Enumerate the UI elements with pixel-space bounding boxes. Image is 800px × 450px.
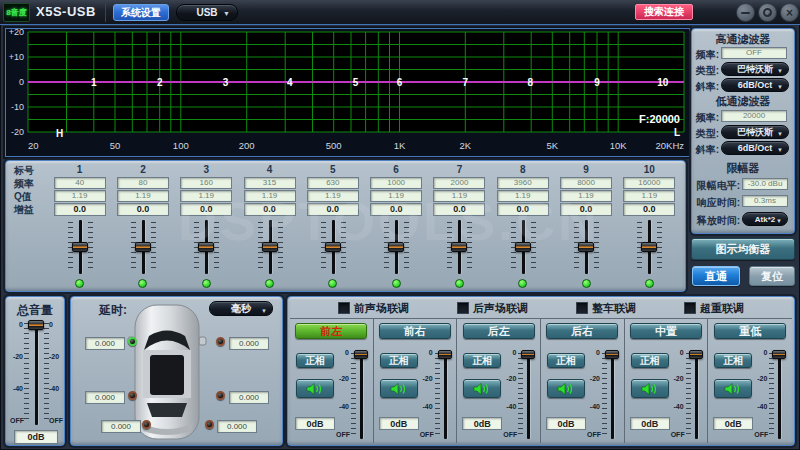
band-q-input[interactable]: 1.19: [117, 190, 169, 202]
band-freq-input[interactable]: 2000: [433, 177, 485, 189]
channel-button-front-left[interactable]: 前左: [295, 323, 367, 339]
channel-button-front-right[interactable]: 前右: [379, 323, 451, 339]
band-q-input[interactable]: 1.19: [180, 190, 232, 202]
limiter-attack-input[interactable]: 0.3ms: [742, 195, 788, 207]
phase-button-center[interactable]: 正相: [631, 353, 669, 368]
bypass-button[interactable]: 直通: [692, 266, 740, 286]
band-freq-input[interactable]: 40: [54, 177, 106, 189]
band-gain-input[interactable]: 0.0: [497, 203, 549, 216]
band-gain-input[interactable]: 0.0: [180, 203, 232, 216]
checkbox-icon[interactable]: [457, 302, 469, 314]
band-gain-slider[interactable]: [316, 218, 350, 276]
band-freq-input[interactable]: 630: [307, 177, 359, 189]
band-freq-input[interactable]: 80: [117, 177, 169, 189]
band-gain-input[interactable]: 0.0: [307, 203, 359, 216]
slider-handle[interactable]: [438, 350, 452, 359]
band-q-input[interactable]: 1.19: [623, 190, 675, 202]
band-q-input[interactable]: 1.19: [497, 190, 549, 202]
phase-button-subwoofer[interactable]: 正相: [714, 353, 752, 368]
slider-handle[interactable]: [578, 242, 594, 252]
band-q-input[interactable]: 1.19: [370, 190, 422, 202]
channel-button-center[interactable]: 中置: [630, 323, 702, 339]
mute-button-subwoofer[interactable]: [714, 379, 752, 398]
device-select[interactable]: USB ▼: [176, 4, 238, 21]
lpf-slope-select[interactable]: 6dB/Oct▼: [721, 141, 789, 155]
band-gain-slider[interactable]: [189, 218, 223, 276]
delay-value-rear-right[interactable]: 0.000: [229, 391, 269, 404]
delay-unit-select[interactable]: 毫秒▼: [209, 301, 273, 316]
slider-handle[interactable]: [135, 242, 151, 252]
band-freq-input[interactable]: 1000: [370, 177, 422, 189]
band-gain-input[interactable]: 0.0: [244, 203, 296, 216]
phase-button-rear-right[interactable]: 正相: [547, 353, 585, 368]
graphic-eq-button[interactable]: 图示均衡器: [691, 238, 795, 260]
band-freq-input[interactable]: 315: [244, 177, 296, 189]
band-gain-input[interactable]: 0.0: [117, 203, 169, 216]
band-gain-slider[interactable]: [506, 218, 540, 276]
band-q-input[interactable]: 1.19: [307, 190, 359, 202]
slider-handle[interactable]: [354, 350, 368, 359]
slider-handle[interactable]: [772, 350, 786, 359]
slider-handle[interactable]: [198, 242, 214, 252]
phase-button-front-right[interactable]: 正相: [380, 353, 418, 368]
system-settings-button[interactable]: 系统设置: [113, 4, 169, 21]
channel-volume-slider-subwoofer[interactable]: 0-20-40OFF: [754, 349, 790, 441]
band-gain-input[interactable]: 0.0: [560, 203, 612, 216]
limiter-level-input[interactable]: -30.0 dBu: [742, 178, 788, 190]
slider-handle[interactable]: [521, 350, 535, 359]
link-checkbox-item[interactable]: 前声场联调: [338, 301, 409, 316]
mute-button-center[interactable]: [631, 379, 669, 398]
slider-handle[interactable]: [641, 242, 657, 252]
band-gain-slider[interactable]: [569, 218, 603, 276]
delay-knob-front-right[interactable]: [216, 337, 225, 346]
channel-volume-slider-front-left[interactable]: 0-20-40OFF: [336, 349, 372, 441]
band-gain-slider[interactable]: [442, 218, 476, 276]
checkbox-icon[interactable]: [338, 302, 350, 314]
band-gain-slider[interactable]: [63, 218, 97, 276]
link-checkbox-item[interactable]: 超重联调: [684, 301, 744, 316]
hpf-slope-select[interactable]: 6dB/Oct▼: [721, 78, 789, 92]
channel-volume-slider-rear-right[interactable]: 0-20-40OFF: [587, 349, 623, 441]
band-q-input[interactable]: 1.19: [244, 190, 296, 202]
band-gain-slider[interactable]: [379, 218, 413, 276]
link-checkbox-item[interactable]: 整车联调: [576, 301, 636, 316]
band-q-input[interactable]: 1.19: [54, 190, 106, 202]
slider-handle[interactable]: [515, 242, 531, 252]
reset-button[interactable]: 复位: [749, 266, 795, 286]
channel-button-subwoofer[interactable]: 重低: [714, 323, 786, 339]
eq-curve-graph[interactable]: +20+100-10-2020501002005001K2K5K10K20KHz…: [5, 28, 690, 157]
slider-handle[interactable]: [689, 350, 703, 359]
channel-button-rear-right[interactable]: 后右: [546, 323, 618, 339]
slider-handle[interactable]: [605, 350, 619, 359]
delay-value-front-right[interactable]: 0.000: [229, 337, 269, 350]
band-gain-input[interactable]: 0.0: [54, 203, 106, 216]
slider-handle[interactable]: [451, 242, 467, 252]
master-volume-slider[interactable]: 00-20-20-40-40OFFOFF: [10, 319, 62, 427]
band-gain-slider[interactable]: [632, 218, 666, 276]
lpf-type-select[interactable]: 巴特沃斯▼: [721, 125, 789, 139]
band-gain-slider[interactable]: [126, 218, 160, 276]
checkbox-icon[interactable]: [684, 302, 696, 314]
link-checkbox-item[interactable]: 后声场联调: [457, 301, 528, 316]
channel-volume-slider-rear-left[interactable]: 0-20-40OFF: [503, 349, 539, 441]
mute-button-rear-right[interactable]: [547, 379, 585, 398]
slider-handle[interactable]: [388, 242, 404, 252]
delay-knob-front-left[interactable]: [128, 337, 137, 346]
close-button[interactable]: ×: [780, 3, 799, 22]
band-q-input[interactable]: 1.19: [560, 190, 612, 202]
channel-button-rear-left[interactable]: 后左: [463, 323, 535, 339]
band-gain-input[interactable]: 0.0: [370, 203, 422, 216]
phase-button-rear-left[interactable]: 正相: [463, 353, 501, 368]
mute-button-rear-left[interactable]: [463, 379, 501, 398]
band-freq-input[interactable]: 160: [180, 177, 232, 189]
delay-knob-center[interactable]: [142, 420, 151, 429]
disconnect-button[interactable]: [758, 3, 777, 22]
delay-value-subwoofer[interactable]: 0.000: [217, 420, 257, 433]
delay-knob-rear-right[interactable]: [216, 391, 225, 400]
delay-value-rear-left[interactable]: 0.000: [85, 391, 125, 404]
delay-value-front-left[interactable]: 0.000: [85, 337, 125, 350]
hpf-type-select[interactable]: 巴特沃斯▼: [721, 62, 789, 76]
band-q-input[interactable]: 1.19: [433, 190, 485, 202]
search-connect-button[interactable]: 搜索连接: [635, 4, 693, 20]
delay-value-center[interactable]: 0.000: [101, 420, 141, 433]
